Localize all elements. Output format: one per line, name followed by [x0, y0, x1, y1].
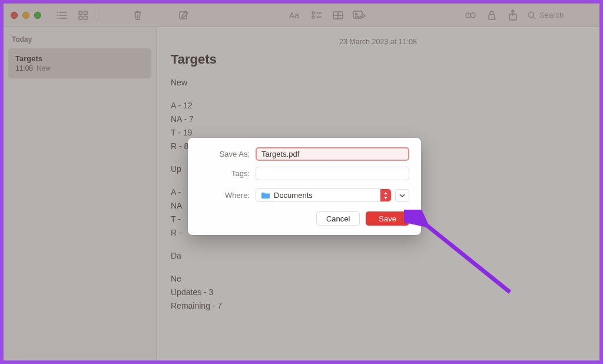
tags-label: Tags: [200, 169, 256, 178]
select-arrows-icon [380, 189, 391, 201]
save-as-label: Save As: [200, 150, 256, 158]
screenshot-frame: Aa [0, 0, 603, 364]
filename-input[interactable] [256, 147, 409, 161]
where-selected-value: Documents [274, 191, 313, 200]
chevron-down-icon [399, 193, 405, 198]
notes-app: Aa [4, 4, 599, 360]
tags-input[interactable] [256, 167, 409, 180]
where-select[interactable]: Documents [256, 188, 392, 202]
save-dialog: Save As: Tags: Where: Doc [188, 138, 421, 235]
save-button[interactable]: Save [366, 211, 409, 226]
cancel-button[interactable]: Cancel [316, 211, 360, 226]
expand-dialog-button[interactable] [395, 189, 409, 202]
folder-icon [261, 192, 270, 199]
where-label: Where: [200, 191, 256, 200]
